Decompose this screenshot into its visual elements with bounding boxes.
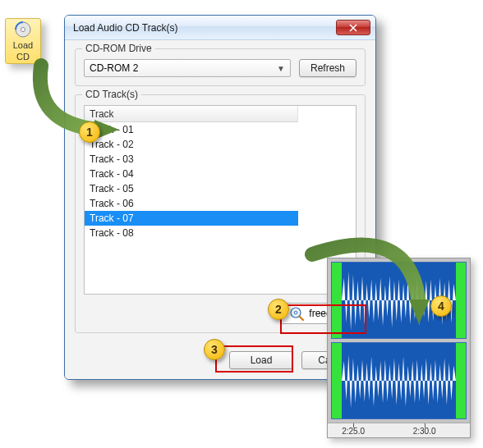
list-item[interactable]: Track - 02 [85,137,356,152]
list-item[interactable]: Track - 04 [85,167,356,181]
list-item[interactable]: Track - 01 [85,122,356,137]
waveform-right-svg [342,343,456,418]
load-button[interactable]: Load [229,351,293,369]
ruler-time-1: 2:25.0 [342,427,365,436]
list-item[interactable]: Track - 06 [85,196,356,211]
load-cd-label-1: Load [13,40,33,50]
drive-select-value: CD-ROM 2 [90,62,138,74]
search-cd-icon [289,306,304,321]
list-item[interactable]: Track - 03 [85,152,356,167]
list-item[interactable]: Track - 07 [85,211,298,226]
chevron-down-icon: ▼ [277,64,285,73]
waveform-panel: 2:25.0 2:30.0 [327,258,471,438]
ruler-time-2: 2:30.0 [413,427,436,436]
annotation-marker-2: 2 [268,299,289,320]
dialog-title: Load Audio CD Track(s) [73,22,336,34]
tracks-listbox[interactable]: Track Track - 01Track - 02Track - 03Trac… [84,105,356,295]
drive-select[interactable]: CD-ROM 2 ▼ [84,59,291,77]
load-cd-label-2: CD [16,52,30,62]
close-icon [349,24,357,32]
waveform-channel-right[interactable] [331,342,467,419]
list-header-track[interactable]: Track [85,106,298,122]
annotation-marker-4: 4 [430,295,452,317]
tracks-group-label: CD Track(s) [82,89,141,100]
close-button[interactable] [336,20,370,35]
load-label: Load [251,354,273,366]
cd-tracks-group: CD Track(s) Track Track - 01Track - 02Tr… [75,94,366,333]
cd-rom-drive-group: CD-ROM Drive CD-ROM 2 ▼ Refresh [75,48,366,86]
annotation-marker-3: 3 [204,339,225,360]
cd-icon [14,21,32,39]
load-cd-button[interactable]: Load CD [5,18,41,64]
svg-point-1 [21,28,25,32]
refresh-button[interactable]: Refresh [299,59,356,77]
refresh-label: Refresh [310,62,345,74]
list-item[interactable]: Track - 08 [85,226,356,240]
drive-group-label: CD-ROM Drive [82,43,155,54]
annotation-marker-1: 1 [79,121,100,143]
titlebar[interactable]: Load Audio CD Track(s) [65,16,375,40]
list-item[interactable]: Track - 05 [85,181,356,196]
svg-point-4 [294,311,297,314]
timeline-ruler[interactable]: 2:25.0 2:30.0 [328,423,470,437]
